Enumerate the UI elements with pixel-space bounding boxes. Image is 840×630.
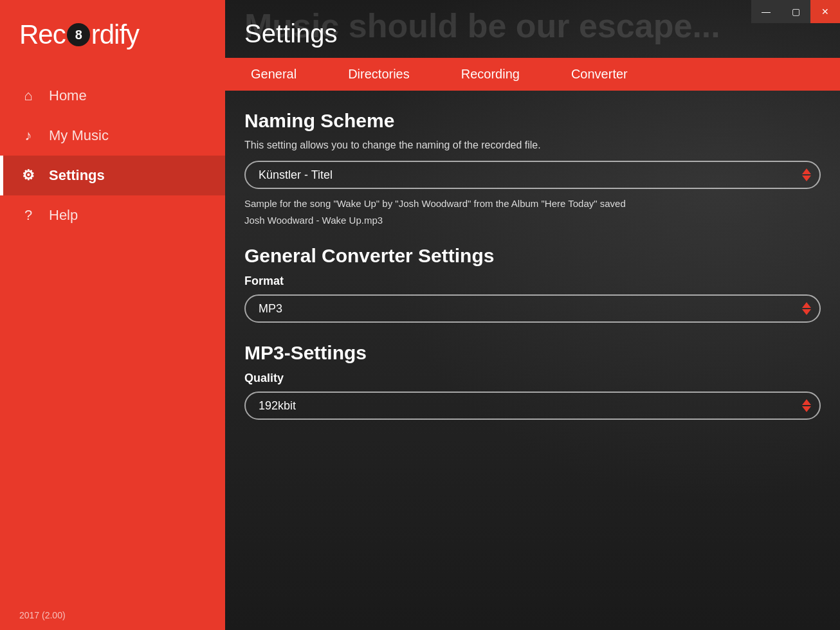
sidebar: Rec rdify ⌂ Home ♪ My Music ⚙ Settings ?… (0, 0, 225, 630)
tab-recording[interactable]: Recording (435, 58, 545, 91)
quality-select[interactable]: 128kbit 192kbit 256kbit 320kbit (244, 392, 821, 420)
tabs-bar: General Directories Recording Converter (225, 58, 840, 91)
logo-rdify: rdify (91, 19, 139, 50)
general-converter-title: General Converter Settings (244, 245, 821, 267)
naming-scheme-select[interactable]: Künstler - Titel Titel - Künstler Titel … (244, 161, 821, 189)
maximize-button[interactable]: ▢ (781, 0, 810, 23)
tab-general[interactable]: General (225, 58, 322, 91)
app-logo: Rec rdify (19, 19, 206, 50)
sidebar-item-help[interactable]: ? Help (0, 195, 225, 235)
logo-rec: Rec (19, 19, 66, 50)
format-select-wrapper: MP3 AAC FLAC OGG WAV (244, 294, 821, 323)
sidebar-item-my-music[interactable]: ♪ My Music (0, 116, 225, 156)
page-header: Music should be our escape... Settings (225, 0, 840, 51)
quality-select-wrapper: 128kbit 192kbit 256kbit 320kbit (244, 392, 821, 420)
mp3-settings-section: MP3-Settings Quality 128kbit 192kbit 256… (244, 342, 821, 420)
close-button[interactable]: ✕ (810, 0, 840, 23)
format-select[interactable]: MP3 AAC FLAC OGG WAV (244, 294, 821, 323)
sidebar-item-settings[interactable]: ⚙ Settings (0, 156, 225, 195)
title-bar: — ▢ ✕ (751, 0, 840, 23)
tab-directories[interactable]: Directories (322, 58, 435, 91)
naming-scheme-select-wrapper: Künstler - Titel Titel - Künstler Titel … (244, 161, 821, 189)
nav-menu: ⌂ Home ♪ My Music ⚙ Settings ? Help (0, 76, 225, 600)
sidebar-item-help-label: Help (49, 207, 78, 224)
main-content: — ▢ ✕ Music should be our escape... Sett… (225, 0, 840, 630)
tab-converter[interactable]: Converter (545, 58, 653, 91)
sidebar-item-home[interactable]: ⌂ Home (0, 76, 225, 116)
general-converter-section: General Converter Settings Format MP3 AA… (244, 245, 821, 323)
naming-scheme-title: Naming Scheme (244, 110, 821, 132)
page-title: Settings (244, 19, 821, 48)
quality-label: Quality (244, 372, 821, 385)
naming-sample-text: Sample for the song "Wake Up" by "Josh W… (244, 197, 821, 212)
logo-icon (67, 23, 90, 46)
minimize-button[interactable]: — (751, 0, 781, 23)
naming-scheme-section: Naming Scheme This setting allows you to… (244, 110, 821, 226)
home-icon: ⌂ (19, 87, 37, 104)
sidebar-item-home-label: Home (49, 87, 87, 104)
music-icon: ♪ (19, 127, 37, 144)
version-label: 2017 (2.00) (0, 600, 225, 630)
naming-scheme-desc: This setting allows you to change the na… (244, 140, 821, 151)
help-icon: ? (19, 207, 37, 224)
format-label: Format (244, 274, 821, 288)
sidebar-item-my-music-label: My Music (49, 127, 109, 144)
mp3-settings-title: MP3-Settings (244, 342, 821, 364)
settings-content: Naming Scheme This setting allows you to… (225, 91, 840, 630)
logo-area: Rec rdify (0, 0, 225, 63)
sidebar-item-settings-label: Settings (49, 167, 105, 184)
naming-sample-filename: Josh Woodward - Wake Up.mp3 (244, 215, 821, 226)
settings-icon: ⚙ (19, 167, 37, 184)
